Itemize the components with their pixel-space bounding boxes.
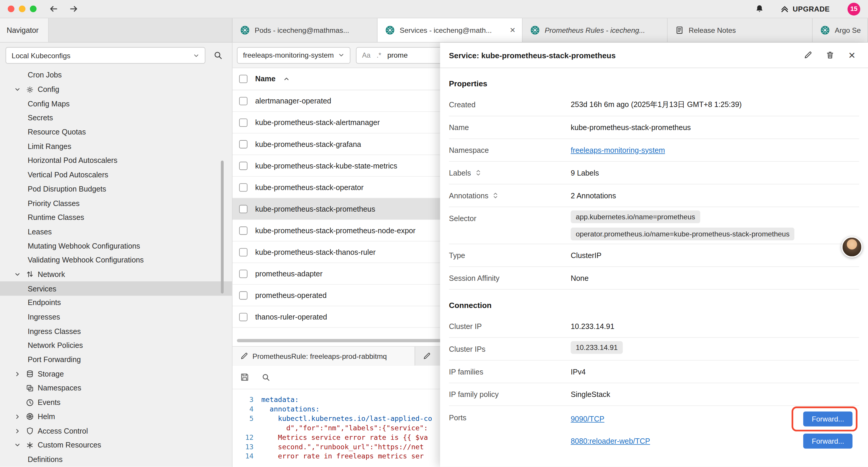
sidebar-item-services[interactable]: Services [0,282,232,296]
row-name: kube-prometheus-stack-grafana [255,140,361,148]
sidebar-item-access-control[interactable]: Access Control [0,424,232,438]
drawer-title: Service: kube-prometheus-stack-prometheu… [449,51,793,59]
sidebar-item-cron-jobs[interactable]: Cron Jobs [0,68,232,82]
tab-services-icecheng-math[interactable]: Services - icecheng@math...× [378,18,523,42]
sidebar-item-limit-ranges[interactable]: Limit Ranges [0,139,232,153]
sidebar-item-config[interactable]: Config [0,83,232,97]
sidebar-item-endpoints[interactable]: Endpoints [0,296,232,310]
tab-label: Argo Se [835,26,862,34]
window-minimize-button[interactable] [19,6,25,12]
tab-argo-se[interactable]: Argo Se [813,18,868,42]
row-checkbox[interactable] [239,226,247,234]
sidebar-item-leases[interactable]: Leases [0,225,232,239]
tab-close-icon[interactable]: × [509,25,517,35]
tab-release-notes[interactable]: Release Notes [668,18,813,42]
port-forward-button[interactable]: Forward... [804,433,852,448]
sidebar-item-ingresses[interactable]: Ingresses [0,310,232,324]
sidebar-item-validating-webhook-configurations[interactable]: Validating Webhook Configurations [0,253,232,267]
code-line: Metrics service error rate is {{ $va [261,432,432,442]
sidebar-item-horizontal-pod-autoscalers[interactable]: Horizontal Pod Autoscalers [0,153,232,168]
sidebar-item-helm[interactable]: Helm [0,410,232,424]
sidebar-scrollbar[interactable] [221,160,224,293]
chevron-right-icon[interactable] [13,413,22,420]
notification-count-badge[interactable]: 15 [848,2,860,15]
sidebar-item-runtime-classes[interactable]: Runtime Classes [0,210,232,225]
sort-updown-icon[interactable] [475,169,481,176]
sidebar-item-secrets[interactable]: Secrets [0,111,232,125]
sidebar-search-button[interactable] [210,47,226,63]
chevron-down-icon[interactable] [13,86,22,92]
edit-button[interactable] [800,48,815,62]
row-checkbox[interactable] [239,269,247,278]
back-arrow-icon [49,4,58,13]
tab-bar: Navigator Pods - icecheng@mathmas...Serv… [0,18,868,42]
row-checkbox[interactable] [239,97,247,105]
namespace-select[interactable]: freeleaps-monitoring-system [237,47,350,63]
regex-toggle[interactable]: .* [377,51,381,59]
sidebar-item-pod-disruption-budgets[interactable]: Pod Disruption Budgets [0,182,232,196]
upgrade-button[interactable]: UPGRADE [780,5,830,13]
dock-tab[interactable]: PrometheusRule: freeleaps-prod-rabbitmq [232,347,415,366]
select-all-checkbox[interactable] [239,75,247,83]
editor-search-button[interactable] [259,371,272,384]
port-link[interactable]: 9090/TCP [571,414,604,423]
floating-avatar[interactable] [841,236,862,258]
namespace-link[interactable]: freeleaps-monitoring-system [571,146,665,154]
sidebar-item-storage[interactable]: Storage [0,367,232,381]
drawer-label-text: Labels [449,169,471,177]
save-button[interactable] [238,371,251,384]
sidebar-item-definitions[interactable]: Definitions [0,452,232,466]
k8s-cluster-icon [530,25,540,35]
dock-tab-label: PrometheusRule: freeleaps-prod-rabbitmq [252,352,387,360]
sidebar-item-label: Priority Classes [28,199,80,207]
sidebar-item-resource-quotas[interactable]: Resource Quotas [0,125,232,139]
sidebar-item-ingress-classes[interactable]: Ingress Classes [0,324,232,339]
chevron-down-icon[interactable] [13,442,22,448]
section-heading: Properties [449,77,859,90]
row-checkbox[interactable] [239,118,247,126]
kubeconfig-select[interactable]: Local Kubeconfigs [6,47,205,63]
port-link[interactable]: 8080:reloader-web/TCP [571,437,650,445]
row-checkbox[interactable] [239,248,247,256]
row-checkbox[interactable] [239,313,247,321]
notifications-bell-icon[interactable] [755,4,764,13]
tab-pods-icecheng-mathmas[interactable]: Pods - icecheng@mathmas... [232,18,378,42]
row-checkbox[interactable] [239,291,247,299]
row-checkbox[interactable] [239,183,247,191]
sort-updown-icon[interactable] [492,192,499,199]
drawer-row-value: 9 Labels [571,169,859,177]
port-forward-button[interactable]: Forward... [804,411,852,426]
delete-button[interactable] [823,48,837,62]
sidebar-item-vertical-pod-autoscalers[interactable]: Vertical Pod Autoscalers [0,168,232,182]
row-checkbox[interactable] [239,140,247,148]
drawer-row-label: Cluster IPs [449,340,571,353]
navigator-tab[interactable]: Navigator [0,18,49,42]
forward-button[interactable] [66,2,81,16]
tab-prometheus-rules-icecheng[interactable]: Prometheus Rules - icecheng... [523,18,668,42]
sidebar-item-port-forwarding[interactable]: Port Forwarding [0,353,232,367]
chevron-right-icon[interactable] [13,428,22,434]
sidebar-item-config-maps[interactable]: Config Maps [0,97,232,111]
close-drawer-button[interactable]: × [845,48,859,62]
sidebar-item-events[interactable]: Events [0,395,232,409]
sidebar-item-custom-resources[interactable]: Custom Resources [0,438,232,452]
chevron-right-icon[interactable] [13,371,22,377]
sidebar-item-namespaces[interactable]: Namespaces [0,381,232,395]
sidebar-item-label: Secrets [28,114,53,122]
sidebar-item-label: Network Policies [28,341,83,350]
sidebar-item-network[interactable]: Network [0,267,232,282]
drawer-row-label: Cluster IP [449,322,571,330]
code-line: d","for":"nm","labels":{"service": [261,423,432,433]
name-column-header[interactable]: Name [255,75,276,83]
row-checkbox[interactable] [239,162,247,170]
back-button[interactable] [46,2,61,16]
sidebar-item-network-policies[interactable]: Network Policies [0,339,232,353]
window-close-button[interactable] [8,6,14,12]
match-case-toggle[interactable]: Aa [362,51,370,59]
sidebar-item-mutating-webhook-configurations[interactable]: Mutating Webhook Configurations [0,239,232,253]
chevron-down-icon[interactable] [13,271,22,278]
row-checkbox[interactable] [239,205,247,213]
upgrade-label: UPGRADE [793,5,830,13]
sidebar-item-priority-classes[interactable]: Priority Classes [0,196,232,210]
window-zoom-button[interactable] [30,6,36,12]
